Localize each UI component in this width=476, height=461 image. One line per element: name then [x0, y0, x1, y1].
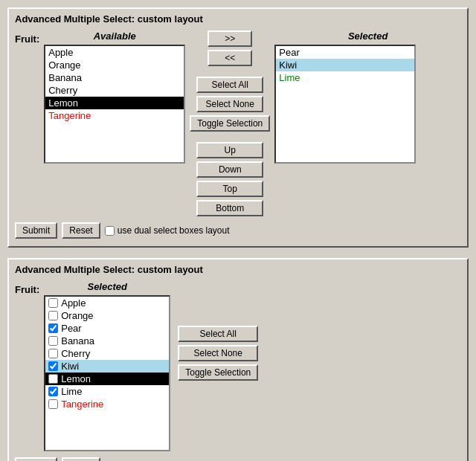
panel1-submit-button[interactable]: Submit	[15, 222, 57, 239]
move-right-button[interactable]: >>	[208, 30, 252, 47]
check-item-label: Pear	[61, 323, 81, 334]
toggle-selection-button[interactable]: Toggle Selection	[190, 115, 270, 132]
panel1-dual-checkbox-label[interactable]: use dual select boxes layout	[105, 225, 230, 236]
check-item[interactable]: Banana	[45, 335, 169, 347]
top-button[interactable]: Top	[196, 181, 263, 197]
tangerine-checkbox[interactable]	[48, 399, 58, 409]
banana-checkbox[interactable]	[48, 336, 58, 346]
panel1-dual-label: use dual select boxes layout	[118, 225, 230, 236]
check-item-label: Kiwi	[61, 361, 79, 372]
bottom-button[interactable]: Bottom	[196, 200, 263, 216]
lemon-checkbox[interactable]	[48, 374, 58, 384]
cherry-checkbox[interactable]	[48, 349, 58, 358]
panel2: Advanced Multiple Select: custom layout …	[7, 258, 469, 461]
list-item[interactable]: Kiwi	[276, 59, 414, 71]
available-listbox[interactable]: Apple Orange Banana Cherry Lemon Tangeri…	[44, 45, 185, 164]
select-all-button[interactable]: Select All	[196, 77, 263, 93]
panel1-dual-checkbox[interactable]	[105, 226, 115, 236]
check-item-label: Lime	[61, 386, 82, 397]
panel2-single-layout: Selected Apple Orange Pear	[44, 281, 461, 451]
panel1-title: Advanced Multiple Select: custom layout	[15, 13, 461, 25]
check-item[interactable]: Lime	[45, 385, 169, 398]
check-item-label: Tangerine	[61, 399, 103, 410]
check-item[interactable]: Pear	[45, 322, 169, 335]
check-item-label: Orange	[61, 310, 93, 321]
check-item[interactable]: Tangerine	[45, 398, 169, 410]
lime-checkbox[interactable]	[48, 387, 58, 396]
available-column: Available Apple Orange Banana Cherry Lem…	[44, 30, 185, 164]
apple-checkbox[interactable]	[48, 298, 58, 308]
selected-header: Selected	[274, 30, 461, 42]
up-button[interactable]: Up	[196, 142, 263, 158]
check-item-label: Cherry	[61, 348, 90, 359]
panel1-fruit-label: Fruit:	[15, 33, 39, 45]
list-item[interactable]: Orange	[45, 59, 184, 71]
list-item[interactable]: Pear	[276, 46, 414, 59]
panel2-select-none-button[interactable]: Select None	[178, 345, 258, 361]
check-listbox[interactable]: Apple Orange Pear Banana	[44, 295, 170, 451]
list-item[interactable]: Lemon	[45, 97, 184, 109]
check-item[interactable]: Kiwi	[45, 360, 169, 373]
list-item[interactable]: Tangerine	[45, 109, 184, 122]
panel1: Advanced Multiple Select: custom layout …	[7, 7, 469, 248]
check-item[interactable]: Lemon	[45, 373, 169, 385]
list-item[interactable]: Lime	[276, 71, 414, 84]
selected-listbox[interactable]: Pear Kiwi Lime	[274, 45, 416, 164]
panel1-reset-button[interactable]: Reset	[62, 222, 100, 239]
select-none-button[interactable]: Select None	[196, 96, 263, 112]
panel2-bottom-bar: Submit Reset use dual select boxes layou…	[15, 457, 461, 461]
check-item-label: Apple	[61, 297, 86, 309]
selected-column: Selected Pear Kiwi Lime	[274, 30, 461, 164]
panel2-fruit-label: Fruit:	[15, 284, 39, 295]
list-item[interactable]: Cherry	[45, 84, 184, 97]
check-item[interactable]: Cherry	[45, 347, 169, 360]
panel1-bottom-bar: Submit Reset use dual select boxes layou…	[15, 222, 461, 239]
check-item-label: Banana	[61, 335, 94, 346]
panel2-selected-header: Selected	[44, 281, 170, 292]
check-item[interactable]: Orange	[45, 309, 169, 322]
kiwi-checkbox[interactable]	[48, 361, 58, 371]
panel2-title: Advanced Multiple Select: custom layout	[15, 264, 461, 275]
down-button[interactable]: Down	[196, 161, 263, 178]
check-item-label: Lemon	[61, 373, 91, 384]
panel1-dual-layout: Available Apple Orange Banana Cherry Lem…	[44, 30, 461, 216]
list-item[interactable]: Apple	[45, 46, 184, 59]
panel2-right-buttons: Select All Select None Toggle Selection	[178, 281, 258, 381]
pear-checkbox[interactable]	[48, 323, 58, 333]
panel2-reset-button[interactable]: Reset	[62, 457, 100, 461]
check-column: Selected Apple Orange Pear	[44, 281, 170, 451]
panel2-submit-button[interactable]: Submit	[15, 457, 57, 461]
list-item[interactable]: Banana	[45, 71, 184, 84]
middle-controls: >> << Select All Select None Toggle Sele…	[190, 30, 270, 216]
orange-checkbox[interactable]	[48, 311, 58, 320]
panel2-select-all-button[interactable]: Select All	[178, 326, 258, 342]
check-item[interactable]: Apple	[45, 297, 169, 309]
panel2-toggle-button[interactable]: Toggle Selection	[178, 364, 258, 381]
available-header: Available	[44, 30, 185, 42]
move-left-button[interactable]: <<	[208, 50, 252, 66]
